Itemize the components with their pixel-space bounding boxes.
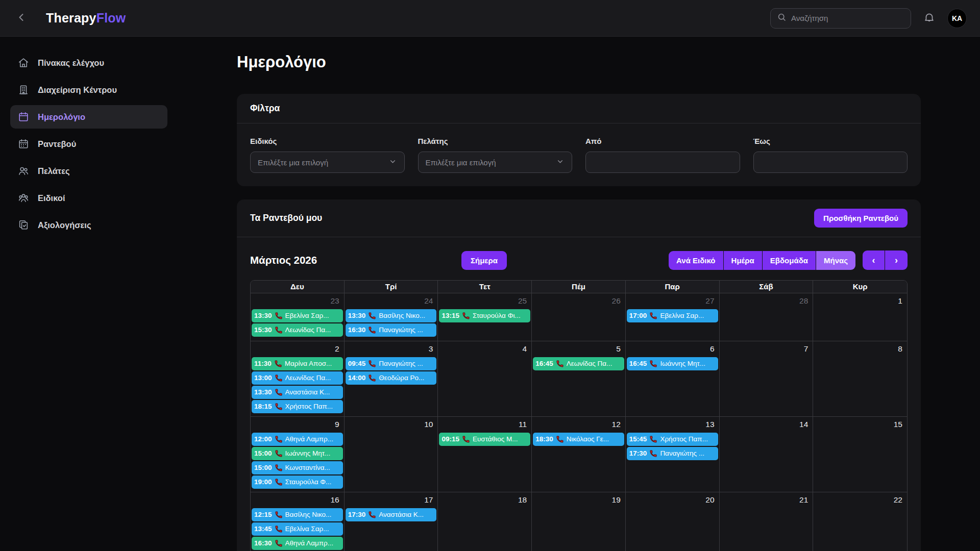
appointment-event[interactable]: 17:30Παναγιώτης ... <box>627 447 718 460</box>
day-cell-9[interactable]: 912:00Αθηνά Λαμπρ...15:00Ιωάννης Μητ...1… <box>251 416 345 492</box>
search-box[interactable] <box>770 8 911 29</box>
calendar-grid: ΔευΤρίΤετΠέμΠαρΣάβΚυρ2313:30Εβελίνα Σαρ.… <box>250 280 908 551</box>
day-cell-27[interactable]: 2717:00Εβελίνα Σαρ... <box>626 293 720 341</box>
day-cell-11[interactable]: 1109:15Ευστάθιος Μ... <box>438 416 532 492</box>
day-cell-25[interactable]: 2513:15Σταυρούλα Φι... <box>438 293 532 341</box>
sidebar-item-Πελάτες[interactable]: Πελάτες <box>10 159 167 183</box>
users-icon <box>18 165 29 177</box>
day-cell-3[interactable]: 309:45Παναγιώτης ...14:00Θεοδώρα Ρο... <box>345 341 438 416</box>
appointment-event[interactable]: 16:30Παναγιώτης ... <box>346 323 437 337</box>
appointment-event[interactable]: 09:45Παναγιώτης ... <box>346 357 437 370</box>
main-content: Ημερολόγιο Φίλτρα ΕιδικόςΕπιλέξτε μια επ… <box>178 37 980 551</box>
client-select[interactable]: Επιλέξτε μια επιλογή <box>418 152 573 173</box>
day-cell-19[interactable]: 19 <box>532 492 626 551</box>
event-client-name: Βασίλης Νικο... <box>285 510 332 520</box>
day-cell-24[interactable]: 2413:30Βασίλης Νικο...16:30Παναγιώτης ..… <box>345 293 438 341</box>
day-cell-20[interactable]: 20 <box>626 492 720 551</box>
brand-primary: Therapy <box>46 11 96 25</box>
appointment-event[interactable]: 13:30Αναστάσια Κ... <box>252 386 343 399</box>
view-button-Ανά Ειδικό[interactable]: Ανά Ειδικό <box>669 251 723 270</box>
appointment-event[interactable]: 13:30Βασίλης Νικο... <box>346 309 437 322</box>
view-button-Εβδομάδα[interactable]: Εβδομάδα <box>763 251 816 270</box>
sidebar-item-Ραντεβού[interactable]: Ραντεβού <box>10 132 167 156</box>
sidebar-item-Πίνακας ελέγχου[interactable]: Πίνακας ελέγχου <box>10 51 167 74</box>
event-time: 09:15 <box>442 434 459 444</box>
day-cell-17[interactable]: 1717:30Αναστάσια Κ... <box>345 492 438 551</box>
day-cell-12[interactable]: 1218:30Νικόλαος Γε... <box>532 416 626 492</box>
day-cell-5[interactable]: 516:45Λεωνίδας Πα... <box>532 341 626 416</box>
view-button-Μήνας[interactable]: Μήνας <box>816 251 855 270</box>
event-client-name: Αθηνά Λαμπρ... <box>285 538 333 548</box>
appointment-event[interactable]: 11:30Μαρίνα Αποσ... <box>252 357 343 370</box>
day-cell-8[interactable]: 8 <box>813 341 907 416</box>
appointment-event[interactable]: 17:00Εβελίνα Σαρ... <box>627 309 718 322</box>
appointment-event[interactable]: 13:30Εβελίνα Σαρ... <box>252 309 343 322</box>
appointment-event[interactable]: 15:00Ιωάννης Μητ... <box>252 447 343 460</box>
day-cell-18[interactable]: 18 <box>438 492 532 551</box>
prev-month-button[interactable]: ‹ <box>863 251 885 270</box>
phone-icon <box>275 403 283 411</box>
sidebar-item-Ειδικοί[interactable]: Ειδικοί <box>10 186 167 210</box>
day-number: 28 <box>720 293 813 309</box>
appointment-event[interactable]: 13:00Λεωνίδας Πα... <box>252 371 343 385</box>
day-cell-10[interactable]: 10 <box>345 416 438 492</box>
day-cell-14[interactable]: 14 <box>720 416 814 492</box>
appointment-event[interactable]: 17:30Αναστάσια Κ... <box>346 508 437 521</box>
specialist-select[interactable]: Επιλέξτε μια επιλογή <box>250 152 405 173</box>
event-time: 15:45 <box>629 434 647 444</box>
event-time: 17:30 <box>629 448 647 459</box>
day-cell-16[interactable]: 1612:15Βασίλης Νικο...13:45Εβελίνα Σαρ..… <box>251 492 345 551</box>
day-number: 24 <box>345 293 437 309</box>
day-cell-28[interactable]: 28 <box>720 293 814 341</box>
phone-icon <box>275 374 283 382</box>
day-number: 14 <box>720 417 813 433</box>
appointment-event[interactable]: 16:45Λεωνίδας Πα... <box>533 357 624 370</box>
notifications-button[interactable] <box>921 10 937 27</box>
appointment-event[interactable]: 13:15Σταυρούλα Φι... <box>439 309 530 322</box>
to-input[interactable] <box>761 158 900 167</box>
from-input[interactable] <box>593 158 732 167</box>
appointment-event[interactable]: 18:30Νικόλαος Γε... <box>533 433 624 446</box>
today-button[interactable]: Σήμερα <box>461 251 507 270</box>
day-cell-23[interactable]: 2313:30Εβελίνα Σαρ...15:30Λεωνίδας Πα... <box>251 293 345 341</box>
chevron-down-icon <box>388 157 397 167</box>
appointment-event[interactable]: 18:15Χρήστος Παπ... <box>252 400 343 413</box>
appointment-event[interactable]: 19:00Σταυρούλα Φ... <box>252 475 343 489</box>
day-cell-7[interactable]: 7 <box>720 341 814 416</box>
filter-field-from: Από <box>585 137 740 173</box>
sidebar: Πίνακας ελέγχουΔιαχείριση ΚέντρουΗμερολό… <box>0 37 178 551</box>
day-cell-6[interactable]: 616:45Ιωάννης Μητ... <box>626 341 720 416</box>
day-cell-26[interactable]: 26 <box>532 293 626 341</box>
day-number: 10 <box>345 417 437 433</box>
next-month-button[interactable]: › <box>885 251 908 270</box>
appointment-event[interactable]: 15:45Χρήστος Παπ... <box>627 433 718 446</box>
day-cell-1[interactable]: 1 <box>813 293 907 341</box>
appointment-event[interactable]: 14:00Θεοδώρα Ρο... <box>346 371 437 385</box>
event-client-name: Χρήστος Παπ... <box>285 402 333 412</box>
back-button[interactable] <box>13 9 30 27</box>
day-cell-4[interactable]: 4 <box>438 341 532 416</box>
avatar[interactable]: KA <box>947 9 967 28</box>
appointment-event[interactable]: 12:00Αθηνά Λαμπρ... <box>252 433 343 446</box>
add-appointment-button[interactable]: Προσθήκη Ραντεβού <box>814 209 908 228</box>
day-cell-21[interactable]: 21 <box>720 492 814 551</box>
appointment-event[interactable]: 09:15Ευστάθιος Μ... <box>439 433 530 446</box>
appointment-event[interactable]: 16:30Αθηνά Λαμπρ... <box>252 537 343 550</box>
day-cell-2[interactable]: 211:30Μαρίνα Αποσ...13:00Λεωνίδας Πα...1… <box>251 341 345 416</box>
appointment-event[interactable]: 16:45Ιωάννης Μητ... <box>627 357 718 370</box>
appointment-event[interactable]: 15:30Λεωνίδας Πα... <box>252 323 343 337</box>
search-input[interactable] <box>791 14 904 22</box>
event-client-name: Αναστάσια Κ... <box>285 387 330 397</box>
day-cell-15[interactable]: 15 <box>813 416 907 492</box>
event-time: 13:15 <box>442 311 459 321</box>
sidebar-item-label: Πελάτες <box>38 166 70 176</box>
appointment-event[interactable]: 12:15Βασίλης Νικο... <box>252 508 343 521</box>
sidebar-item-Ημερολόγιο[interactable]: Ημερολόγιο <box>10 105 167 129</box>
sidebar-item-Διαχείριση Κέντρου[interactable]: Διαχείριση Κέντρου <box>10 78 167 102</box>
sidebar-item-Αξιολογήσεις[interactable]: Αξιολογήσεις <box>10 213 167 237</box>
day-cell-13[interactable]: 1315:45Χρήστος Παπ...17:30Παναγιώτης ... <box>626 416 720 492</box>
day-cell-22[interactable]: 22 <box>813 492 907 551</box>
appointment-event[interactable]: 13:45Εβελίνα Σαρ... <box>252 522 343 536</box>
appointment-event[interactable]: 15:00Κωνσταντίνα... <box>252 461 343 474</box>
view-button-Ημέρα[interactable]: Ημέρα <box>724 251 763 270</box>
